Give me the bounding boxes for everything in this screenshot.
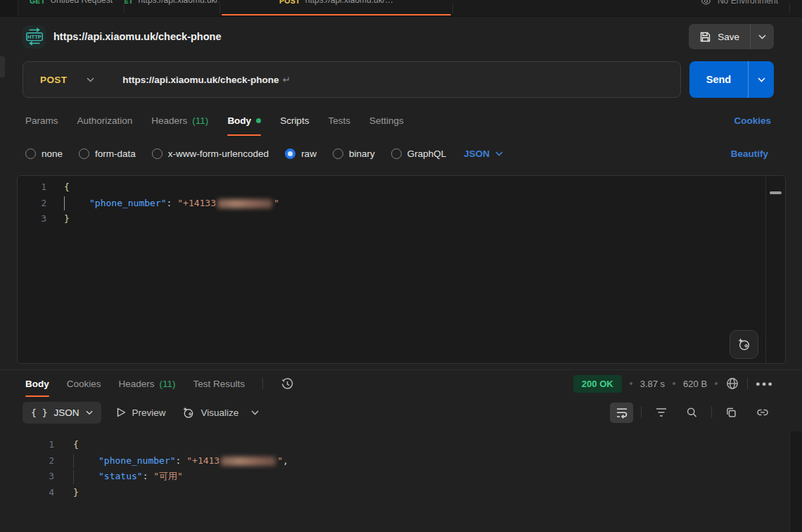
window-tab-post-request-active[interactable]: POST https://api.xiaomu.uk/… (220, 0, 452, 16)
code-content: { (63, 437, 79, 453)
response-tab-cookies[interactable]: Cookies (67, 370, 101, 397)
code-content: "status": "可用" (63, 469, 183, 485)
code-token: "phone_number" (89, 198, 167, 208)
mode-raw[interactable]: raw (285, 148, 317, 159)
wrap-text-button[interactable] (610, 403, 633, 423)
response-scrollbar[interactable] (789, 431, 802, 532)
response-tab-body[interactable]: Body (25, 370, 49, 397)
response-toolbar: { } JSON Preview Visualize (0, 397, 802, 428)
code-token: } (64, 213, 70, 224)
copy-icon (725, 407, 737, 419)
editor-scrollbar[interactable] (765, 177, 785, 362)
preview-button[interactable]: Preview (117, 407, 166, 418)
mode-binary[interactable]: binary (333, 148, 375, 159)
code-line: 3"status": "可用" (0, 469, 802, 485)
chevron-down-icon (758, 34, 766, 39)
status-badge[interactable]: 200 OK (573, 375, 622, 393)
radio-icon (391, 148, 402, 159)
body-mode-bar: none form-data x-www-form-urlencoded raw… (0, 138, 802, 169)
code-token: "+14133 (177, 198, 216, 208)
response-size[interactable]: 620 B (683, 379, 707, 389)
window-tab-untitled[interactable]: GET Untitled Request (18, 0, 124, 16)
code-token: " (274, 198, 279, 208)
beautify-link[interactable]: Beautify (731, 148, 768, 159)
postbot-button[interactable] (730, 330, 758, 359)
response-tab-test-results[interactable]: Test Results (193, 370, 246, 397)
divider (747, 378, 748, 389)
visualize-options-button[interactable] (251, 410, 259, 415)
cookies-link[interactable]: Cookies (734, 115, 771, 126)
code-token: { (73, 439, 79, 450)
request-body-editor[interactable]: 1{2"phone_number": "+14133"3} (17, 175, 786, 364)
indent-guide (64, 196, 89, 210)
radio-selected-icon (285, 148, 295, 159)
mode-graphql[interactable]: GraphQL (391, 148, 447, 159)
mode-none[interactable]: none (25, 148, 63, 159)
url-input[interactable]: https://api.xiaomu.uk/check-phone↵ (122, 74, 290, 85)
tab-headers[interactable]: Headers (11) (151, 103, 208, 138)
send-label[interactable]: Send (689, 61, 748, 98)
chevron-down-icon (87, 77, 94, 82)
braces-icon: { } (31, 407, 47, 418)
response-format-selector[interactable]: { } JSON (23, 402, 101, 424)
save-options-button[interactable] (750, 24, 774, 49)
method-label: POST (40, 75, 67, 85)
indent-guide (73, 470, 98, 484)
language-selector[interactable]: JSON (464, 148, 503, 159)
response-tab-headers[interactable]: Headers (11) (119, 370, 176, 397)
response-tab-bar: Body Cookies Headers (11) Test Results 2… (0, 370, 802, 397)
visualize-button[interactable]: Visualize (182, 406, 239, 419)
line-number: 1 (0, 437, 63, 453)
send-options-button[interactable] (748, 61, 774, 98)
response-meta: 200 OK 3.87 s 620 B ●●● (573, 375, 774, 393)
method-badge-post: POST (279, 0, 300, 16)
radio-icon (152, 148, 163, 159)
indent-guide (73, 454, 98, 468)
sidebar-collapse-handle[interactable] (0, 56, 5, 77)
language-label: JSON (464, 148, 490, 159)
mode-form-data[interactable]: form-data (79, 148, 136, 159)
tab-scripts[interactable]: Scripts (280, 103, 309, 138)
send-button[interactable]: Send (689, 61, 774, 98)
code-token: "可用" (153, 471, 183, 481)
filter-button[interactable] (649, 403, 673, 423)
mode-x-www-form-urlencoded[interactable]: x-www-form-urlencoded (152, 148, 269, 159)
search-button[interactable] (680, 403, 704, 423)
url-bar-row: POST https://api.xiaomu.uk/check-phone↵ … (0, 56, 802, 103)
divider (262, 378, 263, 389)
line-number: 2 (0, 453, 63, 469)
method-badge-get: GET (30, 0, 46, 16)
globe-icon[interactable] (725, 376, 739, 391)
chevron-down-icon (251, 410, 259, 415)
chevron-down-icon (758, 77, 765, 82)
save-button[interactable]: Save (689, 24, 774, 49)
link-button[interactable] (751, 403, 774, 423)
history-icon[interactable] (281, 377, 294, 391)
response-body-viewer[interactable]: 1{2"phone_number": "+1413",3"status": "可… (0, 431, 802, 532)
tab-authorization[interactable]: Authorization (77, 103, 133, 138)
window-tab-get-request[interactable]: GET https://api.xiaomu.uk/… (125, 0, 219, 16)
window-tab-bar: GET Untitled Request GET https://api.xia… (0, 0, 802, 17)
code-token: "phone_number" (98, 455, 176, 466)
tab-settings[interactable]: Settings (369, 103, 404, 138)
line-number: 3 (18, 211, 55, 227)
more-options-icon[interactable]: ●●● (756, 379, 774, 388)
tab-params[interactable]: Params (25, 103, 58, 138)
scrollbar-thumb[interactable] (770, 191, 782, 194)
headers-count: (11) (160, 379, 176, 389)
response-time[interactable]: 3.87 s (640, 379, 665, 389)
environment-selector[interactable]: No Environment (701, 0, 778, 16)
method-selector[interactable]: POST (23, 75, 108, 85)
body-modified-dot (256, 118, 261, 123)
window-tab-label: https://api.xiaomu.uk/… (139, 0, 219, 16)
format-label: JSON (53, 407, 79, 418)
search-icon (686, 407, 698, 419)
code-line: 3} (18, 211, 785, 227)
line-number: 3 (0, 469, 63, 485)
tab-body[interactable]: Body (227, 103, 261, 138)
request-tab-bar: Params Authorization Headers (11) Body S… (0, 103, 802, 138)
response-tools (610, 403, 774, 423)
tab-tests[interactable]: Tests (328, 103, 350, 138)
copy-button[interactable] (720, 403, 743, 423)
code-token: { (64, 182, 70, 192)
